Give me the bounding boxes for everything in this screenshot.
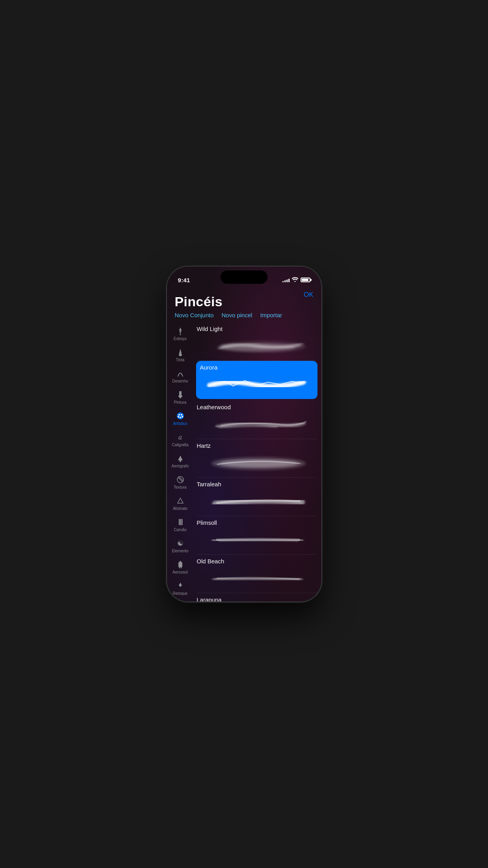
sidebar-label-carvao: Carvão — [174, 528, 186, 532]
sidebar-item-aerografo[interactable]: Aerógrafo — [168, 451, 193, 471]
sidebar-item-caligrafia[interactable]: a Caligrafia — [168, 430, 193, 450]
status-bar: 9:41 — [167, 267, 321, 288]
sidebar: Esboço Tinta — [167, 322, 194, 601]
content-area: OK Pincéis Novo Conjunto Novo pincel Imp… — [167, 288, 321, 601]
header: OK Pincéis Novo Conjunto Novo pincel Imp… — [167, 288, 321, 322]
sidebar-item-elemento[interactable]: ☯ Elemento — [168, 536, 193, 556]
svg-point-10 — [182, 416, 183, 417]
brush-name-old-beach: Old Beach — [197, 558, 317, 565]
sidebar-label-elemento: Elemento — [172, 549, 188, 554]
sidebar-label-aerossol: Aerossol — [172, 570, 188, 575]
new-brush-button[interactable]: Novo pincel — [222, 312, 252, 318]
dynamic-island — [220, 270, 268, 284]
brush-item-plimsoll[interactable]: Plimsoll — [197, 516, 317, 555]
svg-rect-24 — [181, 567, 182, 568]
svg-rect-13 — [180, 460, 181, 462]
spray-icon — [177, 560, 184, 569]
brush-stroke-tarraleah — [197, 489, 317, 513]
sidebar-item-desenho[interactable]: Desenho — [168, 366, 193, 386]
brush-item-tarraleah[interactable]: Tarraleah — [197, 478, 317, 516]
sidebar-item-artistico[interactable]: Artístico — [168, 409, 193, 428]
phone-frame: 9:41 OK Pincéis Novo — [167, 267, 321, 601]
svg-rect-23 — [179, 567, 180, 568]
sidebar-item-textura[interactable]: Textura — [168, 473, 193, 492]
brush-stroke-aurora — [200, 372, 314, 396]
texture-icon — [176, 475, 184, 484]
svg-point-6 — [177, 412, 184, 419]
sidebar-label-artistico: Artístico — [173, 421, 187, 426]
brush-name-plimsoll: Plimsoll — [197, 519, 317, 526]
new-set-button[interactable]: Novo Conjunto — [175, 312, 214, 318]
brush-item-hartz[interactable]: Hartz — [197, 439, 317, 478]
import-button[interactable]: Importar — [260, 312, 282, 318]
svg-marker-17 — [178, 498, 183, 503]
draw-icon — [177, 369, 184, 378]
brush-stroke-old-beach — [197, 566, 317, 590]
airbrush-icon — [177, 454, 184, 463]
svg-point-7 — [178, 414, 180, 416]
pencil-icon — [177, 326, 184, 336]
ok-button[interactable]: OK — [304, 291, 314, 299]
brush-list: Wild Light — [194, 322, 321, 601]
svg-marker-12 — [178, 456, 183, 460]
svg-point-8 — [181, 414, 182, 416]
svg-point-9 — [178, 416, 179, 417]
sidebar-label-abstrato: Abstrato — [173, 506, 187, 511]
toolbar: Novo Conjunto Novo pincel Importar — [175, 312, 314, 318]
abstract-icon — [177, 496, 184, 506]
signal-icon — [283, 278, 290, 282]
brush-name-wild-light: Wild Light — [197, 326, 317, 332]
palette-icon — [176, 411, 185, 421]
paint-icon — [177, 390, 184, 399]
sidebar-label-aerografo: Aerógrafo — [172, 464, 189, 469]
charcoal-icon — [177, 517, 184, 527]
element-icon: ☯ — [177, 539, 183, 548]
svg-point-1 — [180, 334, 181, 335]
status-icons — [283, 277, 310, 283]
brush-stroke-leatherwood — [197, 412, 317, 436]
sidebar-item-carvao[interactable]: Carvão — [168, 515, 193, 535]
sidebar-label-desenho: Desenho — [172, 379, 188, 384]
sidebar-item-retro[interactable]: ★ Retrô — [168, 600, 193, 601]
svg-marker-25 — [179, 583, 182, 587]
battery-icon — [301, 278, 310, 282]
brush-item-wild-light[interactable]: Wild Light — [197, 322, 317, 361]
calligraphy-icon: a — [178, 432, 182, 442]
sidebar-item-retoque[interactable]: Retoque — [168, 579, 193, 598]
brush-stroke-hartz — [197, 451, 317, 474]
status-time: 9:41 — [178, 277, 190, 283]
sidebar-item-abstrato[interactable]: Abstrato — [168, 494, 193, 513]
wifi-icon — [292, 277, 298, 283]
brush-name-hartz: Hartz — [197, 442, 317, 449]
svg-rect-18 — [179, 519, 180, 525]
brush-stroke-plimsoll — [197, 528, 317, 551]
svg-rect-20 — [182, 519, 183, 525]
svg-point-11 — [180, 417, 181, 418]
sidebar-label-textura: Textura — [174, 485, 187, 490]
brush-item-larapuna[interactable]: Larapuna — [197, 593, 317, 601]
svg-rect-19 — [180, 519, 181, 525]
sidebar-label-retoque: Retoque — [173, 591, 188, 596]
sidebar-label-pintura: Pintura — [174, 400, 187, 405]
svg-rect-5 — [180, 397, 181, 398]
sidebar-item-tinta[interactable]: Tinta — [168, 345, 193, 365]
brush-name-aurora: Aurora — [200, 364, 314, 371]
svg-rect-3 — [179, 391, 182, 396]
brush-item-old-beach[interactable]: Old Beach — [197, 555, 317, 593]
svg-rect-22 — [180, 561, 181, 563]
sidebar-item-esboco[interactable]: Esboço — [168, 324, 193, 344]
brush-name-tarraleah: Tarraleah — [197, 481, 317, 487]
sidebar-label-esboco: Esboço — [174, 337, 187, 341]
ink-icon — [177, 348, 183, 357]
svg-rect-21 — [178, 562, 182, 567]
brush-item-leatherwood[interactable]: Leatherwood — [197, 401, 317, 439]
sidebar-label-caligrafia: Caligrafia — [172, 443, 188, 447]
brush-name-larapuna: Larapuna — [197, 596, 317, 601]
page-title: Pincéis — [175, 294, 314, 309]
sidebar-item-pintura[interactable]: Pintura — [168, 388, 193, 407]
svg-marker-0 — [179, 327, 182, 335]
retouch-icon — [176, 581, 184, 590]
brush-item-aurora[interactable]: Aurora — [196, 361, 317, 399]
brush-name-leatherwood: Leatherwood — [197, 404, 317, 410]
sidebar-item-aerossol[interactable]: Aerossol — [168, 557, 193, 577]
